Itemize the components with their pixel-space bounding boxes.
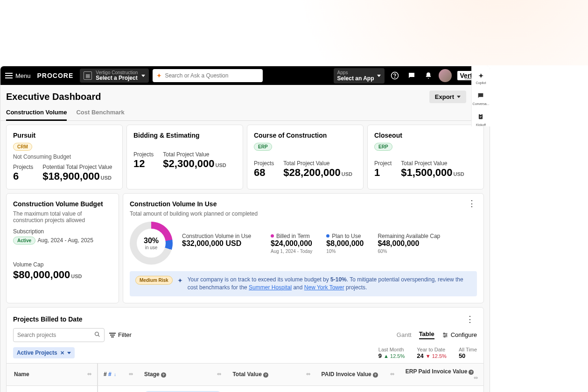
page-title: Executive Dashboard	[6, 91, 101, 102]
help-icon[interactable]: ?	[161, 372, 166, 378]
sparkle-icon: ✦	[156, 72, 162, 79]
menu-button[interactable]: Menu	[5, 72, 31, 79]
page-tabs: Construction Volume Cost Benchmark	[0, 103, 490, 121]
delta-down: ▼ 12.5%	[426, 353, 447, 359]
stat-value: 1	[374, 167, 392, 179]
stat-label: Projects	[133, 151, 154, 158]
stat-value: 12	[133, 158, 154, 170]
stat-label: Construction Volume in Use	[182, 233, 257, 239]
rail-kickoff[interactable]: Kickoff	[476, 113, 486, 126]
stat-label: Project	[374, 160, 392, 167]
stat-value: 6	[13, 170, 33, 182]
col-stage[interactable]: Stage?⇔	[139, 363, 227, 385]
card-title: Construction Volume In Use	[130, 200, 477, 208]
configure-button[interactable]: Configure	[442, 331, 477, 338]
svg-point-2	[95, 332, 99, 336]
card-desc: The maximum total value of construction …	[13, 210, 112, 224]
card-bidding: Bidding & Estimating Projects 12 Total P…	[126, 125, 243, 189]
sparkle-icon: ✦	[476, 71, 486, 80]
donut-sub: in use	[144, 245, 159, 250]
stat-sub: 10%	[326, 249, 364, 254]
col-name[interactable]: Name⇔	[7, 363, 98, 385]
section-title: Projects Billed to Date	[13, 315, 83, 323]
stat-label: Projects	[254, 160, 274, 167]
stat-label: Total Project Value	[163, 151, 226, 158]
resize-icon[interactable]: ⇔	[474, 375, 478, 381]
card-budget: Construction Volume Budget The maximum t…	[6, 193, 119, 303]
col-total[interactable]: Total Value?⇔	[227, 363, 315, 385]
resize-icon[interactable]: ⇔	[87, 371, 91, 377]
stat-label: Billed in Term	[271, 233, 312, 239]
project-selector[interactable]: ▦ Vertigo Construction Select a Project	[80, 69, 149, 83]
filter-button[interactable]: Filter	[109, 331, 132, 338]
stat-unit: USD	[215, 162, 226, 168]
global-search[interactable]: ✦	[153, 69, 263, 82]
avatar[interactable]	[439, 69, 452, 82]
chat-icon[interactable]	[405, 69, 418, 82]
resize-icon[interactable]: ⇔	[217, 371, 221, 377]
projects-kebab[interactable]: ⋮	[463, 314, 477, 324]
help-icon[interactable]	[388, 69, 401, 82]
view-table[interactable]: Table	[419, 330, 434, 339]
stat-value: $28,200,000	[283, 167, 340, 178]
badge-erp: ERP	[254, 143, 272, 151]
risk-badge: Medium Risk	[135, 276, 173, 285]
stat-label: Total Project Value	[283, 160, 352, 167]
project-search[interactable]	[13, 328, 105, 342]
card-title: Construction Volume Budget	[13, 200, 112, 208]
caret-down-icon	[457, 96, 461, 98]
stat-value: $24,000,000	[271, 239, 312, 248]
stat-value: $8,000,000	[326, 239, 364, 248]
period-value: 50	[459, 352, 465, 359]
cap-value: $80,000,000	[13, 269, 70, 280]
tab-cost-benchmark[interactable]: Cost Benchmark	[76, 105, 124, 120]
brand-logo: PROCORE	[37, 72, 74, 79]
building-icon: ▦	[84, 71, 92, 80]
caret-down-icon	[377, 75, 381, 77]
budget-period: Aug, 2024 - Aug, 2025	[37, 237, 93, 244]
tab-construction-volume[interactable]: Construction Volume	[6, 105, 67, 121]
menu-label: Menu	[15, 72, 31, 79]
help-icon[interactable]: ?	[469, 370, 474, 375]
filter-chip-active[interactable]: Active Projects ✕	[13, 347, 75, 358]
rail-copilot[interactable]: ✦ Copilot	[476, 71, 486, 84]
col-erp[interactable]: ERP Paid Invoice Value?⇔	[400, 363, 483, 385]
search-icon	[94, 331, 100, 339]
col-paid[interactable]: PAID Invoice Value?⇔	[316, 363, 400, 385]
link-ny-tower[interactable]: New York Tower	[304, 284, 344, 291]
paid-value: $483,200	[316, 385, 400, 392]
projects-table: Name⇔ # # ↓⇔ Stage?⇔ Total Value?⇔ PAID …	[7, 363, 483, 392]
stat-label: Total Project Value	[401, 160, 464, 167]
col-id[interactable]: # # ↓⇔	[98, 363, 139, 385]
sort-down-icon: ↓	[114, 372, 116, 377]
badge-active: Active	[13, 237, 35, 245]
resize-icon[interactable]: ⇔	[390, 371, 394, 377]
bell-icon[interactable]	[422, 69, 435, 82]
rail-conversation[interactable]: Conversa...	[473, 92, 490, 105]
link-summer-hospital[interactable]: Summer Hospital	[249, 284, 292, 291]
project-search-input[interactable]	[17, 332, 94, 338]
export-button[interactable]: Export	[429, 91, 466, 103]
filter-icon	[109, 333, 116, 337]
card-kebab[interactable]: ⋮	[465, 198, 479, 209]
help-icon[interactable]: ?	[373, 372, 378, 378]
app-selector[interactable]: Apps Select an App	[334, 68, 385, 84]
caret-down-icon	[141, 75, 145, 77]
svg-point-8	[446, 334, 447, 335]
stat-sub: Aug 1, 2024 - Today	[271, 249, 312, 254]
caret-down-icon	[67, 352, 71, 354]
view-gantt[interactable]: Gantt	[397, 331, 412, 338]
app-selector-sup: Apps	[337, 70, 374, 75]
resize-icon[interactable]: ⇔	[129, 371, 133, 377]
chip-remove-icon[interactable]: ✕	[60, 350, 64, 356]
resize-icon[interactable]: ⇔	[306, 371, 310, 377]
help-icon[interactable]: ?	[263, 372, 268, 378]
table-row[interactable]: 115 Broadway Renovation 001MW COURSE OF …	[7, 385, 483, 392]
badge-erp: ERP	[374, 143, 392, 151]
hash-icon: #	[108, 371, 112, 378]
svg-rect-11	[480, 114, 482, 115]
app-selector-label: Select an App	[337, 75, 374, 82]
chat-icon	[473, 92, 490, 101]
global-search-input[interactable]	[165, 72, 259, 79]
badge-crm: CRM	[13, 143, 32, 151]
